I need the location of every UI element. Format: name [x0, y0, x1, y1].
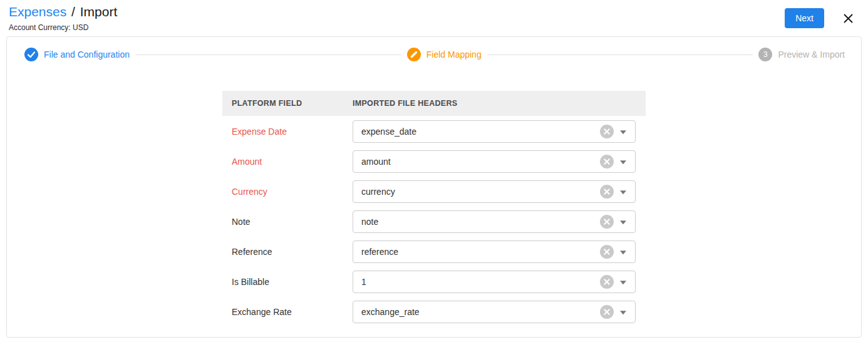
clear-circle-icon[interactable] [600, 245, 614, 259]
platform-field-label: Exchange Rate [222, 307, 353, 317]
step-file-and-configuration[interactable]: File and Configuration [24, 48, 130, 61]
table-row: Note note [222, 207, 646, 237]
clear-circle-icon[interactable] [600, 305, 614, 319]
step-preview-and-import[interactable]: 3 Preview & Import [758, 48, 845, 61]
platform-field-label: Note [222, 217, 353, 227]
table-header-row: PLATFORM FIELD IMPORTED FILE HEADERS [222, 91, 646, 116]
close-icon[interactable] [842, 13, 854, 24]
imported-header-cell: amount [353, 150, 646, 173]
chevron-down-icon[interactable] [620, 190, 626, 194]
selected-header-value: exchange_rate [353, 307, 420, 317]
imported-header-cell: currency [353, 180, 646, 203]
wizard-stepper: File and Configuration Field Mapping 3 P… [7, 37, 861, 61]
platform-field-label: Currency [222, 187, 353, 197]
topbar-actions: Next [785, 4, 854, 28]
selected-header-value: expense_date [353, 127, 416, 137]
clear-circle-icon[interactable] [600, 125, 614, 138]
imported-header-select[interactable]: currency [353, 180, 636, 203]
breadcrumb-current: Import [80, 4, 118, 19]
platform-field-label: Reference [222, 247, 353, 257]
imported-header-cell: note [353, 210, 646, 233]
step-label: Field Mapping [426, 49, 482, 60]
imported-header-cell: reference [353, 241, 646, 263]
table-row: Amount amount [222, 147, 646, 177]
selected-header-value: amount [353, 157, 391, 167]
selected-header-value: currency [353, 187, 395, 197]
imported-header-cell: exchange_rate [353, 301, 646, 323]
imported-header-select[interactable]: amount [353, 150, 636, 173]
next-button[interactable]: Next [785, 8, 824, 28]
pencil-icon [407, 48, 421, 61]
import-wizard-card: File and Configuration Field Mapping 3 P… [6, 36, 862, 338]
chevron-down-icon[interactable] [620, 251, 626, 254]
step-label: File and Configuration [44, 49, 130, 60]
account-currency-label: Account Currency: USD [9, 23, 117, 32]
check-icon [24, 48, 38, 61]
field-mapping-table: PLATFORM FIELD IMPORTED FILE HEADERS Exp… [222, 91, 646, 327]
selected-header-value: 1 [353, 277, 366, 287]
platform-field-label: Expense Date [222, 127, 353, 137]
step-field-mapping[interactable]: Field Mapping [407, 48, 482, 61]
selected-header-value: note [353, 217, 378, 227]
selected-header-value: reference [353, 247, 398, 257]
stepper-connector [135, 54, 401, 55]
column-header-imported-file-headers: IMPORTED FILE HEADERS [353, 99, 646, 108]
imported-header-cell: expense_date [353, 120, 646, 143]
clear-circle-icon[interactable] [600, 215, 614, 229]
topbar: Expenses / Import Account Currency: USD … [0, 0, 868, 36]
table-row: Reference reference [222, 237, 646, 267]
stepper-connector [487, 54, 753, 55]
imported-header-select[interactable]: 1 [353, 271, 636, 293]
step-number-badge: 3 [758, 48, 772, 61]
table-body: Expense Date expense_date Amount amount [222, 117, 646, 327]
title-block: Expenses / Import Account Currency: USD [9, 4, 117, 32]
column-header-platform-field: PLATFORM FIELD [222, 99, 353, 108]
chevron-down-icon[interactable] [620, 311, 626, 314]
clear-circle-icon[interactable] [600, 185, 614, 199]
imported-header-select[interactable]: expense_date [353, 120, 636, 143]
breadcrumb-separator: / [71, 4, 75, 19]
platform-field-label: Is Billable [222, 277, 353, 287]
imported-header-select[interactable]: exchange_rate [353, 301, 636, 323]
clear-circle-icon[interactable] [600, 275, 614, 289]
imported-header-cell: 1 [353, 271, 646, 293]
platform-field-label: Amount [222, 157, 353, 167]
page-title: Expenses / Import [9, 4, 117, 20]
step-label: Preview & Import [778, 49, 845, 60]
chevron-down-icon[interactable] [620, 160, 626, 164]
imported-header-select[interactable]: reference [353, 241, 636, 263]
table-row: Currency currency [222, 177, 646, 207]
chevron-down-icon[interactable] [620, 130, 626, 134]
chevron-down-icon[interactable] [620, 220, 626, 224]
table-row: Is Billable 1 [222, 267, 646, 297]
expense-import-page: Expenses / Import Account Currency: USD … [0, 0, 868, 338]
chevron-down-icon[interactable] [620, 281, 626, 284]
table-row: Expense Date expense_date [222, 117, 646, 147]
breadcrumb-expenses-link[interactable]: Expenses [9, 4, 66, 19]
imported-header-select[interactable]: note [353, 210, 636, 233]
table-row: Exchange Rate exchange_rate [222, 297, 646, 327]
clear-circle-icon[interactable] [600, 155, 614, 168]
